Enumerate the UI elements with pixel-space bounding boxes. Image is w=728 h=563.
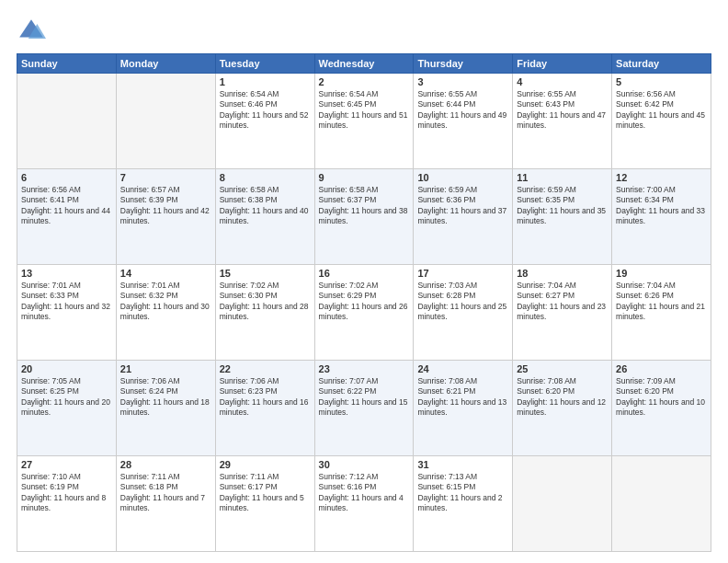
day-info: Sunrise: 7:13 AM Sunset: 6:15 PM Dayligh… [417,472,508,514]
day-cell: 20Sunrise: 7:05 AM Sunset: 6:25 PM Dayli… [17,361,117,456]
day-cell: 17Sunrise: 7:03 AM Sunset: 6:28 PM Dayli… [414,265,513,361]
day-cell: 30Sunrise: 7:12 AM Sunset: 6:16 PM Dayli… [314,456,414,552]
day-number: 20 [21,363,112,374]
day-info: Sunrise: 7:06 AM Sunset: 6:23 PM Dayligh… [220,376,311,419]
week-row-5: 27Sunrise: 7:10 AM Sunset: 6:19 PM Dayli… [17,456,711,552]
day-info: Sunrise: 6:55 AM Sunset: 6:44 PM Dayligh… [417,89,508,132]
day-info: Sunrise: 6:57 AM Sunset: 6:39 PM Dayligh… [120,185,211,227]
day-info: Sunrise: 7:03 AM Sunset: 6:28 PM Dayligh… [417,281,508,323]
day-cell: 22Sunrise: 7:06 AM Sunset: 6:23 PM Dayli… [215,361,314,456]
day-cell: 1Sunrise: 6:54 AM Sunset: 6:46 PM Daylig… [215,74,314,169]
day-info: Sunrise: 7:07 AM Sunset: 6:22 PM Dayligh… [319,376,410,419]
day-info: Sunrise: 7:10 AM Sunset: 6:19 PM Dayligh… [21,472,112,514]
week-row-3: 13Sunrise: 7:01 AM Sunset: 6:33 PM Dayli… [17,265,711,361]
day-number: 11 [517,172,608,183]
weekday-thursday: Thursday [414,54,513,74]
day-number: 14 [120,268,211,279]
page: SundayMondayTuesdayWednesdayThursdayFrid… [0,0,728,563]
day-number: 29 [220,459,311,470]
day-cell: 16Sunrise: 7:02 AM Sunset: 6:29 PM Dayli… [314,265,414,361]
day-number: 27 [21,459,112,470]
day-number: 30 [319,459,410,470]
day-info: Sunrise: 6:59 AM Sunset: 6:35 PM Dayligh… [517,185,608,227]
day-cell: 21Sunrise: 7:06 AM Sunset: 6:24 PM Dayli… [116,361,215,456]
week-row-2: 6Sunrise: 6:56 AM Sunset: 6:41 PM Daylig… [17,169,711,265]
day-number: 4 [517,76,608,87]
day-number: 18 [517,268,608,279]
day-cell: 24Sunrise: 7:08 AM Sunset: 6:21 PM Dayli… [414,361,513,456]
day-cell: 11Sunrise: 6:59 AM Sunset: 6:35 PM Dayli… [513,169,612,265]
logo-icon [17,17,46,46]
day-cell: 19Sunrise: 7:04 AM Sunset: 6:26 PM Dayli… [612,265,711,361]
day-cell: 26Sunrise: 7:09 AM Sunset: 6:20 PM Dayli… [612,361,711,456]
day-number: 7 [120,172,211,183]
day-number: 25 [517,363,608,374]
day-number: 21 [120,363,211,374]
weekday-wednesday: Wednesday [314,54,414,74]
day-number: 22 [220,363,311,374]
day-number: 2 [319,76,410,87]
day-info: Sunrise: 7:02 AM Sunset: 6:29 PM Dayligh… [319,281,410,323]
day-info: Sunrise: 6:54 AM Sunset: 6:46 PM Dayligh… [220,89,311,132]
day-cell: 6Sunrise: 6:56 AM Sunset: 6:41 PM Daylig… [17,169,117,265]
day-number: 6 [21,172,112,183]
day-cell: 29Sunrise: 7:11 AM Sunset: 6:17 PM Dayli… [215,456,314,552]
day-info: Sunrise: 6:59 AM Sunset: 6:36 PM Dayligh… [417,185,508,227]
day-info: Sunrise: 6:55 AM Sunset: 6:43 PM Dayligh… [517,89,608,132]
day-info: Sunrise: 7:05 AM Sunset: 6:25 PM Dayligh… [21,376,112,419]
day-cell: 28Sunrise: 7:11 AM Sunset: 6:18 PM Dayli… [116,456,215,552]
day-cell [116,74,215,169]
day-number: 19 [616,268,707,279]
day-number: 8 [220,172,311,183]
day-number: 31 [417,459,508,470]
day-number: 10 [417,172,508,183]
day-cell: 7Sunrise: 6:57 AM Sunset: 6:39 PM Daylig… [116,169,215,265]
day-number: 12 [616,172,707,183]
day-cell: 2Sunrise: 6:54 AM Sunset: 6:45 PM Daylig… [314,74,414,169]
day-cell: 5Sunrise: 6:56 AM Sunset: 6:42 PM Daylig… [612,74,711,169]
day-info: Sunrise: 6:56 AM Sunset: 6:41 PM Dayligh… [21,185,112,227]
day-info: Sunrise: 7:12 AM Sunset: 6:16 PM Dayligh… [319,472,410,514]
day-info: Sunrise: 6:56 AM Sunset: 6:42 PM Dayligh… [616,89,707,132]
day-info: Sunrise: 7:11 AM Sunset: 6:18 PM Dayligh… [120,472,211,514]
day-cell: 13Sunrise: 7:01 AM Sunset: 6:33 PM Dayli… [17,265,117,361]
day-number: 17 [417,268,508,279]
day-info: Sunrise: 7:04 AM Sunset: 6:26 PM Dayligh… [616,281,707,323]
day-info: Sunrise: 7:08 AM Sunset: 6:20 PM Dayligh… [517,376,608,419]
day-cell: 10Sunrise: 6:59 AM Sunset: 6:36 PM Dayli… [414,169,513,265]
day-info: Sunrise: 6:54 AM Sunset: 6:45 PM Dayligh… [319,89,410,132]
day-cell: 14Sunrise: 7:01 AM Sunset: 6:32 PM Dayli… [116,265,215,361]
day-number: 5 [616,76,707,87]
day-number: 16 [319,268,410,279]
day-cell: 31Sunrise: 7:13 AM Sunset: 6:15 PM Dayli… [414,456,513,552]
weekday-friday: Friday [513,54,612,74]
day-cell: 9Sunrise: 6:58 AM Sunset: 6:37 PM Daylig… [314,169,414,265]
logo [17,17,50,46]
weekday-monday: Monday [116,54,215,74]
day-number: 28 [120,459,211,470]
day-cell [612,456,711,552]
day-info: Sunrise: 6:58 AM Sunset: 6:38 PM Dayligh… [220,185,311,227]
week-row-4: 20Sunrise: 7:05 AM Sunset: 6:25 PM Dayli… [17,361,711,456]
weekday-tuesday: Tuesday [215,54,314,74]
day-info: Sunrise: 7:06 AM Sunset: 6:24 PM Dayligh… [120,376,211,419]
weekday-sunday: Sunday [17,54,117,74]
day-cell [513,456,612,552]
day-number: 3 [417,76,508,87]
day-cell: 8Sunrise: 6:58 AM Sunset: 6:38 PM Daylig… [215,169,314,265]
day-info: Sunrise: 7:00 AM Sunset: 6:34 PM Dayligh… [616,185,707,227]
day-number: 24 [417,363,508,374]
day-info: Sunrise: 7:02 AM Sunset: 6:30 PM Dayligh… [220,281,311,323]
day-cell: 15Sunrise: 7:02 AM Sunset: 6:30 PM Dayli… [215,265,314,361]
day-number: 13 [21,268,112,279]
day-info: Sunrise: 7:01 AM Sunset: 6:33 PM Dayligh… [21,281,112,323]
day-number: 26 [616,363,707,374]
weekday-header-row: SundayMondayTuesdayWednesdayThursdayFrid… [17,54,711,74]
day-cell: 12Sunrise: 7:00 AM Sunset: 6:34 PM Dayli… [612,169,711,265]
week-row-1: 1Sunrise: 6:54 AM Sunset: 6:46 PM Daylig… [17,74,711,169]
day-cell: 18Sunrise: 7:04 AM Sunset: 6:27 PM Dayli… [513,265,612,361]
day-info: Sunrise: 7:01 AM Sunset: 6:32 PM Dayligh… [120,281,211,323]
day-info: Sunrise: 7:09 AM Sunset: 6:20 PM Dayligh… [616,376,707,419]
day-cell: 4Sunrise: 6:55 AM Sunset: 6:43 PM Daylig… [513,74,612,169]
day-info: Sunrise: 7:04 AM Sunset: 6:27 PM Dayligh… [517,281,608,323]
